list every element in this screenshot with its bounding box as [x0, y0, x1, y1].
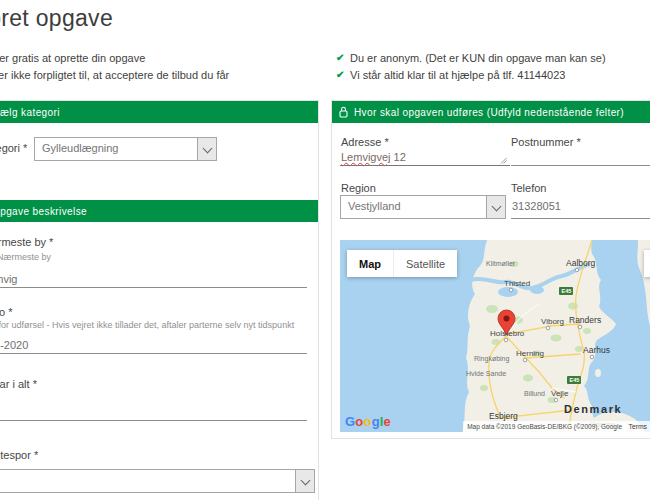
tramlines-select[interactable]: [0, 469, 315, 493]
map-city-label: Randers: [569, 315, 601, 325]
google-logo-letter: g: [372, 414, 380, 429]
check-icon: ✔: [336, 52, 350, 63]
map-city-label: Esbjerg: [489, 411, 518, 421]
card-header: Vælg kategori: [0, 101, 318, 123]
date-input-line[interactable]: [0, 353, 307, 354]
page-title: Opret opgave: [0, 5, 113, 32]
map-city-dot: [509, 288, 513, 292]
address-textarea[interactable]: Lemvigvej 12: [341, 151, 406, 163]
map-city-label: Aalborg: [566, 258, 596, 268]
card-header-label: Hvor skal opgaven udføres (Udfyld nedens…: [354, 107, 624, 118]
map-button[interactable]: Map: [347, 250, 393, 277]
category-select[interactable]: Gylleudlægning: [34, 137, 217, 161]
route-badge-label: E45: [562, 288, 572, 294]
select-arrow-button[interactable]: [295, 470, 314, 492]
google-logo[interactable]: Google: [345, 414, 391, 429]
card-header: Opgave beskrivelse: [0, 200, 318, 222]
card-header-label: Opgave beskrivelse: [0, 206, 87, 217]
category-label: Kategori *: [0, 142, 27, 154]
card-header: Hvor skal opgaven udføres (Udfyld nedens…: [332, 101, 650, 123]
map-city-dot: [578, 325, 582, 329]
benefit-text: Det er gratis at oprette din opgave: [0, 52, 145, 64]
card-header-label: Vælg kategori: [0, 107, 60, 118]
map-city-label: Vejle: [551, 389, 569, 398]
route-badge-label: E45: [570, 377, 580, 383]
phone-label: Telefon: [511, 182, 546, 194]
date-label: Dato *: [0, 306, 13, 318]
google-logo-letter: e: [384, 414, 391, 429]
lock-icon: [339, 106, 348, 118]
map-city-label: Hvide Sande: [466, 370, 506, 377]
map-city-dot: [590, 355, 594, 359]
address-label: Adresse *: [341, 136, 389, 148]
benefit-text: Vi står altid klar til at hjælpe på tlf.…: [350, 69, 565, 81]
benefit-item: ✔ Det er gratis at oprette din opgave: [0, 50, 145, 65]
region-label: Region: [341, 182, 376, 194]
chevron-down-icon: [301, 476, 311, 486]
map-city-label: Klitmøller: [486, 260, 516, 267]
address-number: 12: [391, 151, 406, 163]
select-arrow-button[interactable]: [197, 138, 216, 160]
address-input-line[interactable]: [340, 165, 510, 166]
nearest-city-label: Nærmeste by *: [0, 236, 53, 248]
task-form-card: Vælg kategori Kategori * Gylleudlægning …: [0, 100, 319, 500]
date-input[interactable]: 17-04-2020: [0, 339, 28, 351]
select-arrow-button[interactable]: [486, 196, 505, 218]
chevron-down-icon: [203, 144, 213, 154]
nearest-city-input[interactable]: Lemvig: [0, 273, 17, 285]
tramlines-label: Sprøjtespor *: [0, 449, 38, 461]
nearest-city-helper: Nærmeste by: [0, 252, 51, 262]
map-country-label: Denmark: [564, 403, 622, 415]
hectares-label: Hektar i alt *: [0, 378, 37, 390]
chevron-down-icon: [492, 202, 502, 212]
map-city-dot: [523, 358, 527, 362]
hectares-input[interactable]: [0, 420, 307, 421]
phone-input[interactable]: 31328051: [512, 200, 561, 212]
map-city-dot: [575, 268, 579, 272]
nearest-city-input-line[interactable]: [0, 287, 307, 288]
benefit-item: ✔ Du er ikke forpligtet til, at accepter…: [0, 67, 229, 82]
map-type-control: Map Satellite: [347, 250, 457, 277]
map-attribution: Map data ©2019 GeoBasis-DE/BKG (©2009), …: [463, 421, 626, 432]
map-city-label: Aarhus: [583, 345, 610, 355]
date-helper: Dato for udførsel - Hvis vejret ikke til…: [0, 320, 294, 330]
satellite-button[interactable]: Satellite: [393, 250, 457, 277]
category-select-value: Gylleudlægning: [42, 142, 118, 154]
region-select-value: Vestjylland: [348, 200, 401, 212]
map-city-label: Herning: [516, 349, 544, 358]
map-city-dot: [546, 326, 550, 330]
postcode-input[interactable]: [511, 165, 650, 166]
terms-link[interactable]: Terms: [623, 421, 650, 432]
google-logo-letter: G: [345, 414, 355, 429]
benefit-text: Du er ikke forpligtet til, at acceptere …: [0, 69, 229, 81]
benefit-item: ✔ Vi står altid klar til at hjælpe på tl…: [336, 67, 565, 82]
map-city-label: Ringkøbing: [474, 355, 510, 363]
fullscreen-button[interactable]: [644, 250, 650, 277]
benefit-item: ✔ Du er anonym. (Det er KUN din opgave m…: [336, 50, 606, 65]
map-city-dot: [554, 398, 558, 402]
map-city-label: Viborg: [541, 317, 564, 326]
region-select[interactable]: Vestjylland: [340, 195, 506, 219]
map-canvas[interactable]: E45E45 KlitmøllerThistedAalborgViborgRan…: [340, 240, 650, 432]
map-city-label: Thisted: [504, 279, 530, 288]
benefit-text: Du er anonym. (Det er KUN din opgave man…: [350, 52, 606, 64]
postcode-label: Postnummer *: [511, 136, 581, 148]
check-icon: ✔: [336, 69, 350, 80]
map-city-label: Billund: [524, 390, 545, 397]
address-street: Lemvigvej: [341, 151, 391, 163]
google-logo-letter: o: [363, 414, 371, 429]
phone-input-line[interactable]: [511, 218, 650, 219]
location-card: Hvor skal opgaven udføres (Udfyld nedens…: [331, 100, 650, 439]
page: { "page": { "title": "Opret opgave" }, "…: [0, 0, 650, 500]
map-city-dot: [504, 338, 508, 342]
textarea-resize-grip[interactable]: [500, 157, 507, 164]
